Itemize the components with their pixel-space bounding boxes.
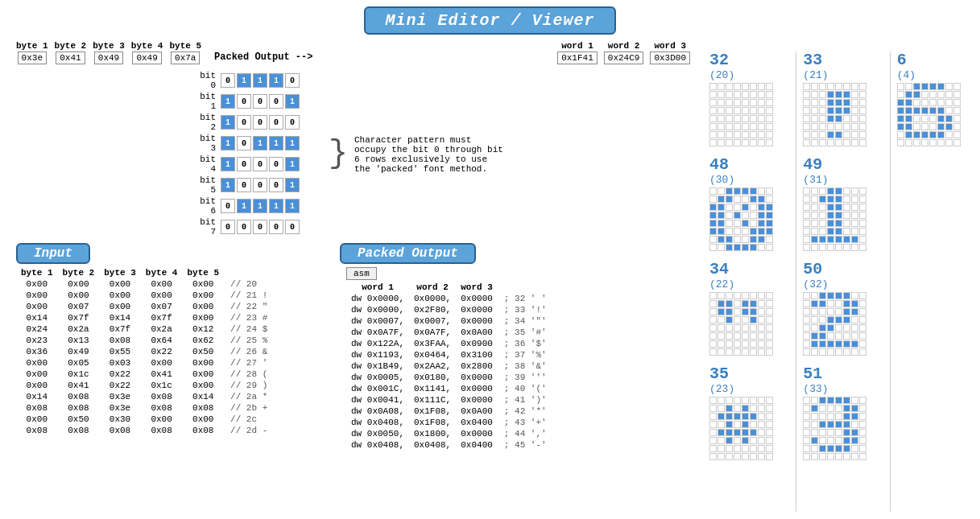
- bit-cell-6-3[interactable]: 1: [269, 199, 283, 213]
- pixel-49-53: [843, 236, 850, 243]
- bit-cell-1-0[interactable]: 1: [221, 94, 235, 109]
- bit-cell-0-4[interactable]: 0: [285, 73, 300, 88]
- bit-cell-3-2[interactable]: 1: [253, 136, 267, 150]
- bit-cell-7-4[interactable]: 0: [285, 220, 300, 234]
- pixel-49-1: [811, 187, 818, 195]
- pixel-49-38: [851, 220, 858, 227]
- bit-cell-5-4[interactable]: 1: [285, 178, 300, 192]
- bit-cell-6-4[interactable]: 1: [285, 199, 300, 213]
- pixel-32-47: [766, 123, 773, 130]
- pixel-50-40: [803, 332, 810, 340]
- bit-cell-0-1[interactable]: 1: [237, 73, 251, 88]
- bit-cell-4-4[interactable]: 1: [285, 157, 300, 171]
- bit-cell-3-4[interactable]: 1: [285, 136, 300, 150]
- bit-cell-7-3[interactable]: 0: [269, 220, 283, 234]
- pixel-35-7: [766, 397, 773, 404]
- packed-cell-4-0: dw 0x122A,: [346, 338, 409, 349]
- pixel-32-41: [717, 123, 725, 130]
- bit-cell-7-0[interactable]: 0: [221, 220, 235, 234]
- pixel-34-41: [717, 332, 725, 340]
- bit-cell-7-1[interactable]: 0: [237, 220, 251, 234]
- pixel-51-56: [803, 453, 810, 460]
- bit-cell-1-2[interactable]: 0: [253, 94, 267, 109]
- pixel-35-37: [750, 429, 757, 436]
- char-sub-32: (20): [709, 69, 734, 81]
- pixel-49-5: [843, 187, 850, 195]
- bit-cell-2-0[interactable]: 1: [221, 115, 235, 130]
- pixel-34-61: [750, 348, 757, 356]
- bit-cell-2-1[interactable]: 0: [237, 115, 251, 130]
- bit-cell-0-0[interactable]: 0: [221, 73, 235, 88]
- pixel-50-52: [835, 340, 842, 348]
- pixel-6-63: [953, 139, 961, 146]
- pixel-48-32: [709, 220, 717, 227]
- bit-cell-3-3[interactable]: 1: [269, 136, 283, 150]
- char-number-32: 32: [709, 51, 729, 69]
- bit-cell-4-2[interactable]: 0: [253, 157, 267, 171]
- bit-cell-6-0[interactable]: 0: [221, 199, 235, 213]
- bit-cell-2-4[interactable]: 0: [285, 115, 300, 130]
- bit-cell-0-3[interactable]: 1: [269, 73, 283, 88]
- pixel-34-39: [766, 324, 773, 332]
- bit-cell-4-1[interactable]: 0: [237, 157, 251, 171]
- pixel-48-63: [766, 244, 773, 251]
- char-grid-50: [803, 292, 866, 356]
- pixel-49-32: [803, 220, 810, 227]
- input-th-3: byte 3: [99, 267, 141, 278]
- bit-cell-3-1[interactable]: 0: [237, 136, 251, 150]
- bit-cell-4-3[interactable]: 0: [269, 157, 283, 171]
- packed-cell-4-2: 0x0900: [456, 338, 498, 349]
- pixel-49-45: [843, 228, 850, 235]
- packed-row-6: dw 0x1B49,0x2AA2,0x2800; 38 '&': [346, 360, 552, 372]
- bit-cell-6-2[interactable]: 1: [253, 199, 267, 213]
- bit-cell-7-2[interactable]: 0: [253, 220, 267, 234]
- bit-cell-2-2[interactable]: 0: [253, 115, 267, 130]
- pixel-6-28: [929, 107, 937, 114]
- pixel-34-10: [726, 300, 733, 307]
- pixel-51-40: [803, 437, 810, 444]
- packed-cell-6-1: 0x2AA2,: [409, 360, 456, 372]
- bit-cell-5-2[interactable]: 0: [253, 178, 267, 192]
- pixel-32-10: [726, 91, 733, 98]
- packed-comment-3: ; 35 '#': [498, 327, 552, 338]
- pixel-35-5: [750, 397, 757, 404]
- packed-row-3: dw 0x0A7F,0x0A7F,0x0A00; 35 '#': [346, 327, 552, 338]
- char-sub-6: (4): [897, 69, 916, 81]
- packed-comment-1: ; 33 '!': [498, 304, 552, 315]
- pixel-48-38: [758, 220, 765, 227]
- bit-cell-5-0[interactable]: 1: [221, 178, 235, 192]
- input-cell-10-3: 0x08: [141, 391, 183, 402]
- char-sub-48: (30): [709, 174, 734, 186]
- pixel-51-61: [843, 453, 850, 460]
- bit-cell-1-4[interactable]: 1: [285, 94, 300, 109]
- bit-label-2: bit 2: [193, 113, 219, 132]
- packed-cell-0-2: 0x0000: [456, 293, 498, 304]
- note-text: Character pattern must occupy the bit 0 …: [354, 135, 506, 174]
- pixel-33-47: [859, 123, 866, 130]
- bit-cell-6-1[interactable]: 1: [237, 199, 251, 213]
- pixel-35-15: [766, 405, 773, 412]
- bit-cell-3-0[interactable]: 1: [221, 136, 235, 150]
- bit-cell-4-0[interactable]: 1: [221, 157, 235, 171]
- pixel-6-40: [897, 123, 904, 130]
- input-cell-13-3: 0x08: [141, 425, 183, 436]
- bit-cell-5-1[interactable]: 0: [237, 178, 251, 192]
- pixel-34-25: [717, 316, 725, 323]
- pixel-6-27: [921, 107, 928, 114]
- bit-cell-1-3[interactable]: 0: [269, 94, 283, 109]
- bit-cell-5-3[interactable]: 0: [269, 178, 283, 192]
- pixel-50-51: [827, 340, 834, 348]
- pixel-6-57: [905, 139, 912, 146]
- pixel-6-2: [913, 83, 920, 90]
- pixel-33-21: [843, 99, 850, 106]
- pixel-49-24: [803, 212, 810, 219]
- bit-cell-2-3[interactable]: 0: [269, 115, 283, 130]
- bit-cell-1-1[interactable]: 0: [237, 94, 251, 109]
- pixel-33-27: [827, 107, 834, 114]
- packed-cell-5-1: 0x0464,: [409, 349, 456, 360]
- pixel-32-32: [709, 115, 717, 122]
- bit-cell-0-2[interactable]: 1: [253, 73, 267, 88]
- pixel-32-14: [758, 91, 765, 98]
- input-th-2: byte 2: [58, 267, 100, 278]
- pixel-34-21: [750, 308, 757, 315]
